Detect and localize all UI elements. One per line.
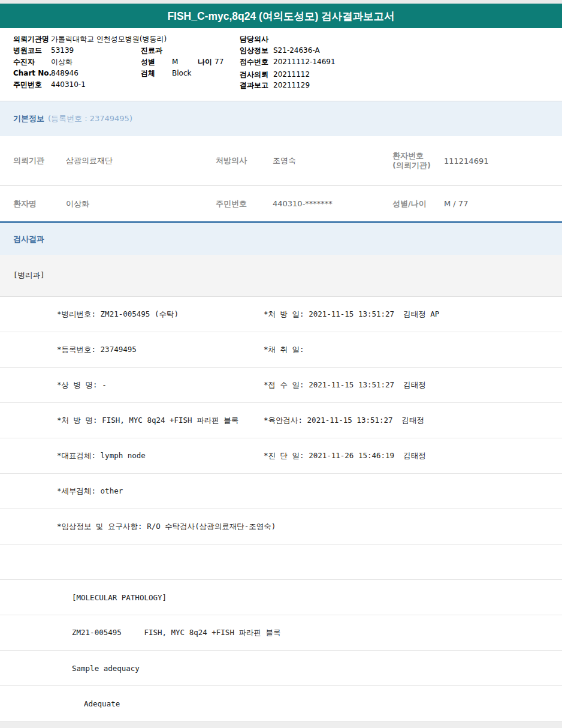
result-row-sub-specimen: *세부검체: other	[0, 474, 562, 509]
test-id-and-name: ZM21-005495 FISH, MYC 8q24 +FISH 파라핀 블록	[72, 628, 280, 638]
patient-no-label-line2: (의뢰기관)	[392, 161, 444, 170]
receipt-date: *접 수 일: 2021-11-15 13:51:27 김태정	[264, 380, 562, 390]
referral-org-label: 의뢰기관	[13, 156, 66, 166]
department-label: [병리과]	[13, 270, 45, 281]
doctor-label: 담당의사	[240, 35, 268, 43]
hospital-code-value: 53139	[51, 46, 74, 55]
result-row-adequate: Adequate	[0, 686, 562, 721]
sample-adequacy-label: Sample adequacy	[72, 664, 140, 673]
sub-specimen: *세부검체: other	[57, 486, 264, 497]
result-row-diagnosis-name: *상 병 명: - *접 수 일: 2021-11-15 13:51:27 김태…	[0, 368, 562, 403]
resident-no-label: 주민번호	[13, 80, 42, 89]
clinical-info-value: S21-24636-A	[273, 46, 320, 55]
chart-no-value: 848946	[51, 69, 78, 77]
registration-no: *등록번호: 23749495	[57, 345, 264, 355]
sex-age-value: M / 77	[444, 199, 562, 208]
dept-label: 진료과	[141, 46, 162, 55]
report-title-bar: FISH_C-myc,8q24 (여의도성모) 검사결과보고서	[0, 4, 562, 28]
reported-date-value: 20211129	[273, 81, 310, 89]
department-row: [병리과]	[0, 255, 562, 297]
collection-date: *채 취 일:	[264, 345, 562, 355]
result-row-sample-adequacy: Sample adequacy	[0, 651, 562, 686]
request-date-value: 20211112	[273, 70, 310, 79]
patient-name-value: 이상화	[66, 198, 216, 209]
results-title: 검사결과	[13, 234, 44, 245]
results-section-header: 검사결과	[0, 223, 562, 255]
org-label: 의뢰기관명	[13, 35, 49, 43]
diagnosis-name: *상 병 명: -	[57, 380, 264, 390]
org-value: 가톨릭대학교 인천성모병원(병동리)	[51, 35, 167, 43]
basic-info-subtitle: (등록번호 : 23749495)	[48, 113, 132, 124]
accession-label: 접수번호	[240, 58, 268, 66]
sex-label: 성별	[141, 58, 155, 66]
result-row-registration-no: *등록번호: 23749495 *채 취 일:	[0, 332, 562, 368]
sex-value: M	[172, 58, 178, 66]
result-row-pathology-no: *병리번호: ZM21-005495 (수탁) *처 방 일: 2021-11-…	[0, 297, 562, 332]
basic-info-row-1: 의뢰기관 삼광의료재단 처방의사 조영숙 환자번호 (의뢰기관) 1112146…	[0, 136, 562, 186]
report-page: FISH_C-myc,8q24 (여의도성모) 검사결과보고서 의뢰기관명 가톨…	[0, 0, 562, 728]
gross-exam-date: *육안검사: 2021-11-15 13:51:27 김태정	[264, 416, 562, 426]
clinical-info-label: 임상정보	[240, 46, 268, 55]
prescribing-doctor-value: 조영숙	[273, 155, 392, 166]
main-specimen: *대표검체: lymph node	[57, 451, 264, 461]
result-row-test-name: ZM21-005495 FISH, MYC 8q24 +FISH 파라핀 블록	[0, 615, 562, 651]
basic-info-row-2: 환자명 이상화 주민번호 440310-******* 성별/나이 M / 77	[0, 186, 562, 221]
resident-reg-no-label: 주민번호	[216, 199, 273, 209]
adequacy-value: Adequate	[84, 699, 120, 708]
reported-date-label: 결과보고	[240, 81, 268, 89]
resident-reg-no-value: 440310-*******	[273, 199, 392, 208]
patient-header: 의뢰기관명 가톨릭대학교 인천성모병원(병동리) 병원코드 53139 수진자 …	[0, 33, 562, 101]
specimen-label: 검체	[141, 69, 155, 77]
diagnosis-date: *진 단 일: 2021-11-26 15:46:19 김태정	[264, 451, 562, 461]
patient-no-label: 환자번호 (의뢰기관)	[392, 151, 444, 170]
examinee-value: 이상화	[51, 58, 72, 66]
molecular-pathology-heading: [MOLECULAR PATHOLOGY]	[72, 593, 167, 602]
resident-no-value: 440310-1	[51, 80, 86, 89]
result-row-empty	[0, 545, 562, 580]
result-row-main-specimen: *대표검체: lymph node *진 단 일: 2021-11-26 15:…	[0, 438, 562, 474]
sex-age-label: 성별/나이	[392, 199, 444, 209]
examinee-label: 수진자	[13, 58, 35, 66]
hospital-code-label: 병원코드	[13, 46, 42, 55]
result-row-clinical-request: *임상정보 및 요구사항: R/O 수탁검사(삼광의료재단-조영숙)	[0, 509, 562, 545]
bottom-strip	[0, 721, 562, 728]
result-row-molecular-pathology: [MOLECULAR PATHOLOGY]	[0, 580, 562, 615]
specimen-value: Block	[172, 69, 191, 77]
request-date-label: 검사의뢰	[240, 70, 268, 79]
patient-no-label-line1: 환자번호	[392, 151, 444, 161]
chart-no-label: Chart No.	[13, 69, 52, 77]
patient-name-label: 환자명	[13, 199, 66, 209]
basic-info-section-header: 기본정보 (등록번호 : 23749495)	[0, 101, 562, 136]
prescribing-doctor-label: 처방의사	[216, 156, 273, 166]
age-label: 나이	[198, 58, 212, 66]
result-row-order-name: *처 방 명: FISH, MYC 8q24 +FISH 파라핀 블록 *육안검…	[0, 403, 562, 438]
basic-info-title: 기본정보	[13, 113, 44, 124]
report-title: FISH_C-myc,8q24 (여의도성모) 검사결과보고서	[167, 9, 394, 23]
clinical-request: *임상정보 및 요구사항: R/O 수탁검사(삼광의료재단-조영숙)	[57, 522, 276, 532]
order-name: *처 방 명: FISH, MYC 8q24 +FISH 파라핀 블록	[57, 416, 264, 426]
prescription-date: *처 방 일: 2021-11-15 13:51:27 김태정 AP	[264, 309, 562, 320]
pathology-no: *병리번호: ZM21-005495 (수탁)	[57, 309, 264, 320]
referral-org-value: 삼광의료재단	[66, 155, 216, 166]
accession-value: 20211112-14691	[273, 58, 336, 66]
patient-no-value: 111214691	[444, 157, 562, 166]
age-value: 77	[214, 58, 223, 66]
